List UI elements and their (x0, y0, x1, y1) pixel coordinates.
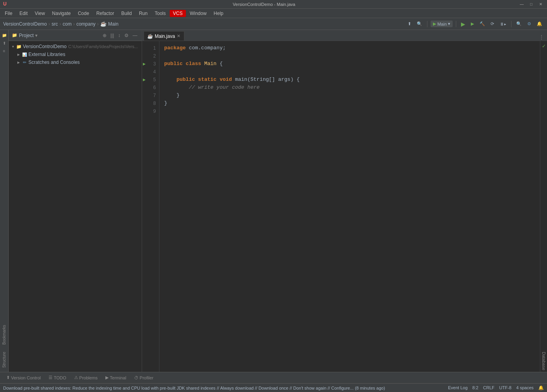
tree-item-vcd[interactable]: ▼ 📁 VersionControlDemo C:\Users\Family\I… (9, 43, 142, 50)
run-config-label: Main (437, 22, 447, 26)
pause-run-button[interactable]: ⏸▶ (498, 21, 508, 27)
structure-label[interactable]: Structure (1, 349, 7, 370)
project-tool-icon[interactable]: 📁 (1, 32, 8, 39)
tab-terminal-label: Terminal (110, 375, 126, 380)
menu-help[interactable]: Help (210, 10, 227, 17)
encoding[interactable]: UTF-8 (499, 385, 511, 390)
menu-code[interactable]: Code (75, 10, 92, 17)
toolbar-separator (427, 21, 427, 27)
run-button[interactable]: ▶ (459, 20, 467, 28)
maximize-button[interactable]: □ (528, 2, 534, 6)
tab-profiler-label: Profiler (140, 375, 154, 380)
right-editor-strip: ✓ Database (540, 41, 547, 372)
project-panel: 📁 Project ▾ ⊕ ||| ↕ ⚙ — ▼ 📁 VersionContr… (9, 30, 142, 372)
line-3: ▶ 3 (142, 60, 159, 68)
menu-view[interactable]: View (32, 10, 48, 17)
code-line-7: } (164, 91, 535, 99)
menu-refactor[interactable]: Refactor (93, 10, 117, 17)
app-logo: U (3, 1, 9, 7)
tab-menu-button[interactable]: ⋮ (538, 34, 545, 41)
coverage-button[interactable]: ▶ (469, 21, 476, 27)
minimize-button[interactable]: — (519, 2, 525, 6)
menu-navigate[interactable]: Navigate (49, 10, 74, 17)
sort-button[interactable]: ↕ (117, 32, 122, 39)
tab-main-java[interactable]: ☕ Main.java ✕ (144, 31, 184, 41)
breadcrumb-company[interactable]: company (76, 21, 96, 27)
search-everywhere-button[interactable]: 🔍 (515, 21, 523, 27)
bookmarks-label[interactable]: Bookmarks (1, 323, 7, 347)
notifications-icon[interactable]: 🔔 (538, 385, 544, 390)
menu-run[interactable]: Run (136, 10, 151, 17)
menu-file[interactable]: File (2, 10, 15, 17)
structure-icon-left[interactable]: ≡ (1, 47, 8, 54)
breadcrumb: VersionControlDemo › src › com › company… (3, 21, 118, 27)
settings-button[interactable]: ⚙ (526, 21, 533, 27)
line-9: 9 (142, 107, 159, 115)
run-gutter-5[interactable]: ▶ (143, 78, 146, 82)
minimize-panel-button[interactable]: — (131, 32, 139, 39)
line-1: 1 (142, 44, 159, 52)
code-line-9 (164, 107, 535, 115)
tab-profiler[interactable]: ⏱ Profiler (131, 374, 157, 381)
code-content[interactable]: package com.company; public class Main {… (159, 41, 540, 372)
scratch-icon: ✏ (21, 59, 28, 65)
menu-tools[interactable]: Tools (152, 10, 169, 17)
line-ending[interactable]: CRLF (483, 385, 495, 390)
close-button[interactable]: ✕ (538, 2, 544, 6)
tree-item-ext-libs[interactable]: ▶ 📊 External Libraries (9, 50, 142, 58)
tab-terminal[interactable]: ▶ Terminal (102, 374, 129, 381)
project-dropdown-arrow[interactable]: ▾ (35, 33, 37, 38)
bottom-tabs: ⬆ Version Control ☰ TODO ⚠ Problems ▶ Te… (0, 372, 547, 383)
database-panel-label[interactable]: Database (541, 350, 547, 372)
search-button[interactable]: 🔍 (415, 21, 424, 27)
line-5: ▶ 5 (142, 76, 159, 84)
tree-path-vcd: C:\Users\Family\IdeaProjects\Vers... (68, 44, 138, 49)
breadcrumb-main[interactable]: Main (108, 21, 118, 27)
menu-window[interactable]: Window (187, 10, 210, 17)
compact-button[interactable]: ||| (109, 32, 115, 39)
editor-tabs: ☕ Main.java ✕ ⋮ (142, 30, 547, 41)
line-8: 8 (142, 99, 159, 107)
run-config-selector[interactable]: ▶ Main ▾ (431, 21, 453, 27)
tree-arrow-scratches: ▶ (16, 61, 21, 64)
cursor-position[interactable]: 8:2 (472, 385, 478, 390)
breadcrumb-project[interactable]: VersionControlDemo (3, 21, 47, 27)
reload-button[interactable]: ⟳ (489, 21, 496, 27)
status-message[interactable]: Download pre-built shared indexes: Reduc… (3, 386, 448, 390)
menu-vcs[interactable]: VCS (170, 10, 186, 17)
project-tree: ▼ 📁 VersionControlDemo C:\Users\Family\I… (9, 41, 142, 372)
tab-close-button[interactable]: ✕ (176, 34, 181, 39)
breadcrumb-src[interactable]: src (52, 21, 58, 27)
event-log-button[interactable]: Event Log (448, 385, 468, 390)
vcs-update-button[interactable]: ⬆ (406, 21, 413, 27)
commit-tool-icon[interactable]: ⬆ (1, 39, 8, 47)
run-config-icon: ▶ (433, 21, 436, 26)
new-file-button[interactable]: ⊕ (101, 32, 108, 39)
navigation-bar: VersionControlDemo › src › com › company… (0, 18, 547, 30)
run-gutter-3[interactable]: ▶ (143, 62, 146, 66)
toolbar-right: ⬆ 🔍 ▶ Main ▾ ▶ ▶ 🔨 ⟳ ⏸▶ 🔍 ⚙ 🔔 (406, 20, 544, 28)
notifications-button[interactable]: 🔔 (535, 21, 544, 27)
tree-item-scratches[interactable]: ▶ ✏ Scratches and Consoles (9, 58, 142, 66)
status-message-text: Download pre-built shared indexes: Reduc… (3, 386, 385, 390)
code-line-2 (164, 52, 535, 60)
tab-todo[interactable]: ☰ TODO (45, 374, 69, 381)
code-line-3: public class Main { (164, 60, 535, 68)
menu-edit[interactable]: Edit (16, 10, 31, 17)
tab-version-control[interactable]: ⬆ Version Control (3, 374, 44, 381)
code-editor[interactable]: 1 2 ▶ 3 4 ▶ 5 6 7 8 9 package com. (142, 41, 547, 372)
todo-icon: ☰ (49, 375, 52, 380)
breadcrumb-com[interactable]: com (63, 21, 72, 27)
checkmark-icon: ✓ (541, 43, 547, 50)
indent-setting[interactable]: 4 spaces (516, 385, 534, 390)
line-4: 4 (142, 68, 159, 76)
tree-label-scratches: Scratches and Consoles (28, 60, 80, 65)
status-right-items: Event Log 8:2 CRLF UTF-8 4 spaces 🔔 (448, 385, 544, 390)
tree-arrow-vcd: ▼ (10, 45, 16, 49)
tab-problems[interactable]: ⚠ Problems (71, 374, 101, 381)
menu-build[interactable]: Build (118, 10, 135, 17)
build-button[interactable]: 🔨 (478, 21, 487, 27)
code-line-1: package com.company; (164, 44, 535, 52)
project-panel-header: 📁 Project ▾ ⊕ ||| ↕ ⚙ — (9, 30, 142, 41)
settings-button-panel[interactable]: ⚙ (123, 32, 130, 39)
